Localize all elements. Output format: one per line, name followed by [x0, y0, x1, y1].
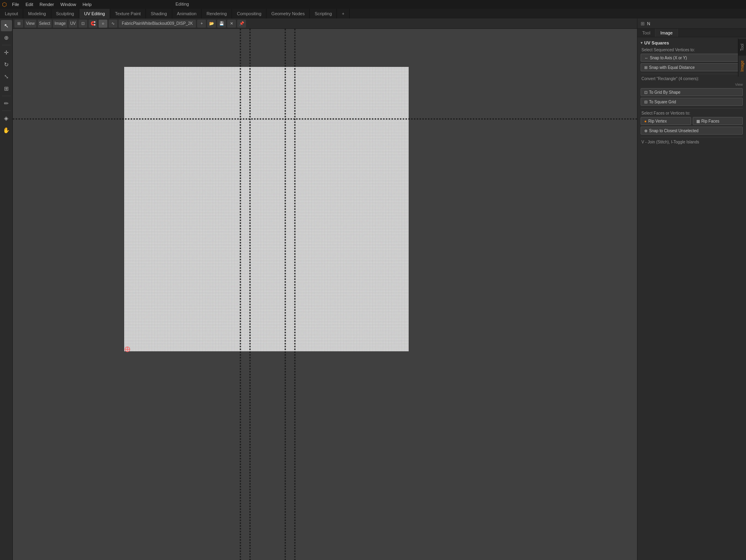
workspace-tabs: Layout Modeling Sculpting UV Editing Tex…: [0, 9, 746, 18]
texture-detail-svg: [124, 67, 409, 351]
right-panel: ⊞ N Tool Image ▾ UV Squares Select Seque…: [637, 18, 746, 560]
new-image-btn[interactable]: +: [197, 20, 206, 28]
save-image-btn[interactable]: 💾: [217, 20, 226, 28]
menu-help[interactable]: Help: [79, 0, 95, 9]
editor-type-btn[interactable]: ⊞: [14, 20, 23, 28]
join-stitch-label: V - Join (Stitch), I-Toggle Islands: [641, 140, 743, 144]
snap-closest-unselected-btn[interactable]: ⊕ Snap to Closest Unselected: [641, 127, 743, 135]
tool-scale[interactable]: ⤡: [1, 71, 12, 82]
tab-uv-editing[interactable]: UV Editing: [79, 9, 110, 18]
view-label-row: View: [641, 83, 743, 87]
tab-rendering[interactable]: Rendering: [202, 9, 232, 18]
tab-animation[interactable]: Animation: [172, 9, 202, 18]
to-grid-by-shape-btn[interactable]: ⊡ To Grid By Shape: [641, 88, 743, 96]
header-uv-menu[interactable]: UV: [69, 20, 77, 28]
tab-texture-paint[interactable]: Texture Paint: [110, 9, 146, 18]
tool-separator-2: [2, 96, 11, 96]
editing-badge: Editing: [175, 2, 189, 6]
open-image-btn[interactable]: 📂: [207, 20, 216, 28]
snap-axis-icon: ↔: [644, 56, 648, 60]
rip-row: ● Rip Vertex ▦ Rip Faces: [641, 117, 743, 125]
divider-2: [641, 108, 743, 109]
tool-separator-1: [2, 45, 11, 45]
header-left: ⊞ View Select Image UV ⊡ 🧲 ○ ∿ FabricPla…: [13, 20, 696, 28]
tab-geometry-nodes[interactable]: Geometry Nodes: [266, 9, 310, 18]
square-grid-icon: ⊟: [644, 100, 647, 104]
proportional-btn[interactable]: ○: [99, 20, 107, 28]
tab-modeling[interactable]: Modeling: [23, 9, 51, 18]
grid-shape-icon: ⊡: [644, 90, 647, 95]
tool-separator-3: [2, 111, 11, 111]
tab-shading[interactable]: Shading: [146, 9, 172, 18]
to-square-grid-btn[interactable]: ⊟ To Square Grid: [641, 98, 743, 106]
snap-btn[interactable]: 🧲: [89, 20, 97, 28]
tool-transform[interactable]: ⊞: [1, 83, 12, 94]
uv-squares-label: UV Squares: [644, 40, 669, 45]
tool-cursor[interactable]: ⊕: [1, 32, 12, 43]
tab-layout[interactable]: Layout: [0, 9, 23, 18]
close-image-btn[interactable]: ✕: [227, 20, 236, 28]
sidebar-tab-image-v[interactable]: Image: [738, 56, 746, 77]
snap-closest-icon: ⊕: [644, 129, 647, 133]
tab-sculpting[interactable]: Sculpting: [51, 9, 79, 18]
sidebar-tab-image[interactable]: Image: [655, 29, 678, 37]
right-vertical-tabs: Tool Image: [738, 38, 746, 77]
rip-faces-label: Rip Faces: [702, 119, 720, 123]
sidebar-tab-tool[interactable]: Tool: [637, 29, 655, 37]
select-sequenced-label: Select Sequenced Vertices to:: [641, 48, 743, 52]
snap-equal-distance-btn[interactable]: ⊞ Snap with Equal Distance: [641, 63, 743, 71]
rip-faces-icon: ▦: [696, 119, 700, 123]
rip-faces-btn[interactable]: ▦ Rip Faces: [693, 117, 743, 125]
snap-equal-row: ⊞ Snap with Equal Distance: [641, 63, 743, 71]
tool-grab[interactable]: ✋: [1, 125, 12, 136]
tool-select[interactable]: ↖: [1, 20, 12, 31]
sidebar-tab-bar: Tool Image: [637, 29, 746, 37]
tool-rip[interactable]: ◈: [1, 113, 12, 124]
svg-rect-3: [124, 67, 409, 351]
right-panel-header-title: N: [647, 21, 650, 26]
tab-compositing[interactable]: Compositing: [232, 9, 266, 18]
filename-badge: FabricPlainWhiteBlackout009_DISP_2K: [119, 20, 196, 28]
tab-add[interactable]: +: [337, 9, 349, 18]
uv-texture: [124, 67, 409, 351]
menu-file[interactable]: File: [9, 0, 22, 9]
menu-window[interactable]: Window: [57, 0, 79, 9]
pivot-point-btn[interactable]: ⊡: [79, 20, 87, 28]
tool-move[interactable]: ✛: [1, 47, 12, 58]
header-image-menu[interactable]: Image: [53, 20, 67, 28]
right-panel-header: ⊞ N: [637, 18, 746, 29]
uv-squares-panel: ▾ UV Squares Select Sequenced Vertices t…: [637, 37, 746, 149]
view-label: View: [735, 83, 743, 87]
to-square-grid-label: To Square Grid: [649, 100, 676, 104]
collapse-arrow-icon: ▾: [641, 41, 643, 45]
tab-scripting[interactable]: Scripting: [310, 9, 337, 18]
menu-render[interactable]: Render: [36, 0, 57, 9]
header-view-menu[interactable]: View: [24, 20, 36, 28]
convert-label: Convert "Rectangle" (4 corners):: [641, 77, 743, 81]
snap-equal-icon: ⊞: [644, 65, 647, 70]
to-grid-by-shape-row: ⊡ To Grid By Shape: [641, 88, 743, 96]
uv-viewport[interactable]: [13, 29, 637, 560]
snap-closest-row: ⊕ Snap to Closest Unselected: [641, 127, 743, 135]
snap-closest-label: Snap to Closest Unselected: [649, 129, 698, 133]
tool-rotate[interactable]: ↻: [1, 59, 12, 70]
pin-image-btn[interactable]: 📌: [237, 20, 246, 28]
snap-equal-label: Snap with Equal Distance: [649, 65, 695, 70]
divider-1: [641, 74, 743, 74]
header-select-menu[interactable]: Select: [38, 20, 52, 28]
snap-axis-row: ↔ Snap to Axis (X or Y): [641, 54, 743, 62]
menu-edit[interactable]: Edit: [22, 0, 36, 9]
to-grid-by-shape-label: To Grid By Shape: [649, 90, 680, 95]
uv-squares-title: ▾ UV Squares: [641, 40, 743, 45]
blender-logo: ⬡: [0, 0, 9, 9]
right-panel-header-icon: ⊞: [641, 21, 645, 26]
stroke-mode-btn[interactable]: ∿: [109, 20, 117, 28]
divider-3: [641, 137, 743, 137]
snap-to-axis-btn[interactable]: ↔ Snap to Axis (X or Y): [641, 54, 743, 62]
select-faces-label: Select Faces or Vertices to:: [641, 111, 743, 115]
sidebar-tab-tool-v[interactable]: Tool: [738, 38, 746, 56]
to-square-grid-row: ⊟ To Square Grid: [641, 98, 743, 106]
rip-vertex-btn[interactable]: ● Rip Vertex: [641, 117, 691, 125]
uv-editor-header: ⊞ View Select Image UV ⊡ 🧲 ○ ∿ FabricPla…: [13, 18, 746, 29]
tool-annotate[interactable]: ✏: [1, 98, 12, 109]
